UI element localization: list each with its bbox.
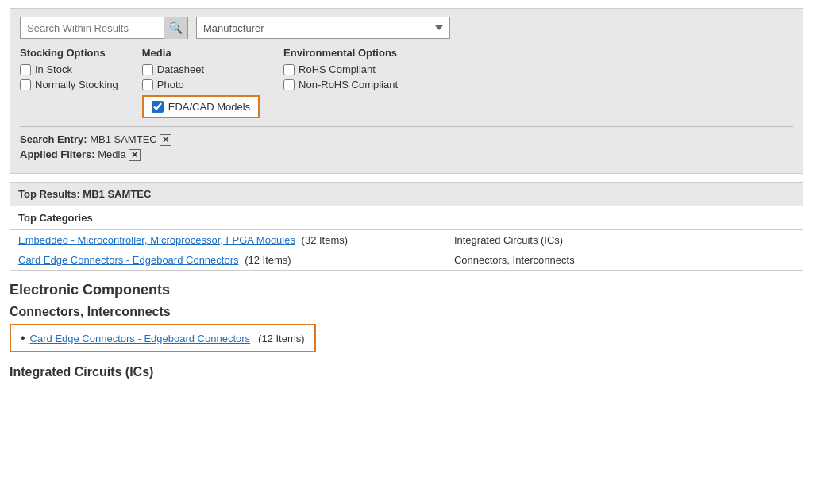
rohs-compliant-label[interactable]: RoHS Compliant xyxy=(283,63,398,75)
eda-cad-label[interactable]: EDA/CAD Models xyxy=(152,101,250,113)
cat-label-cell-2: Connectors, Interconnects xyxy=(446,250,803,270)
cat-link-cell-2: Card Edge Connectors - Edgeboard Connect… xyxy=(10,250,446,270)
search-input[interactable] xyxy=(21,22,164,34)
non-rohs-text: Non-RoHS Compliant xyxy=(299,79,398,90)
eda-cad-highlight: EDA/CAD Models xyxy=(142,95,260,118)
in-stock-text: In Stock xyxy=(35,63,72,75)
rohs-compliant-checkbox[interactable] xyxy=(283,64,295,75)
in-stock-checkbox[interactable] xyxy=(20,64,31,75)
cat-label-cell-1: Integrated Circuits (ICs) xyxy=(446,230,803,250)
media-title: Media xyxy=(142,47,260,59)
search-entry-label: Search Entry: xyxy=(20,133,87,145)
applied-filters-label: Applied Filters: xyxy=(20,148,95,160)
applied-filters-value: Media xyxy=(98,148,129,160)
eda-cad-checkbox[interactable] xyxy=(152,101,164,113)
cat-label-2: Connectors, Interconnects xyxy=(454,254,575,266)
connectors-title: Connectors, Interconnects xyxy=(10,305,803,319)
electronic-components-title: Electronic Components xyxy=(10,282,803,298)
cat-count-1: (32 Items) xyxy=(302,234,349,246)
cat-count-2: (12 Items) xyxy=(245,254,291,266)
integrated-circuits-title: Integrated Circuits (ICs) xyxy=(10,365,803,379)
options-row: Stocking Options In Stock Normally Stock… xyxy=(20,47,793,118)
manufacturer-select[interactable]: Manufacturer xyxy=(196,17,450,39)
environmental-title: Environmental Options xyxy=(283,47,398,59)
applied-filters-remove[interactable]: ✕ xyxy=(129,149,141,161)
categories-table: Embedded - Microcontroller, Microprocess… xyxy=(10,230,803,270)
results-header: Top Results: MB1 SAMTEC xyxy=(10,183,803,206)
normally-stocking-text: Normally Stocking xyxy=(35,79,118,90)
normally-stocking-label[interactable]: Normally Stocking xyxy=(20,79,118,90)
cat-link-cell-1: Embedded - Microcontroller, Microprocess… xyxy=(10,230,446,250)
search-button[interactable]: 🔍 xyxy=(164,17,187,39)
non-rohs-label[interactable]: Non-RoHS Compliant xyxy=(283,79,398,90)
photo-checkbox[interactable] xyxy=(142,79,153,90)
datasheet-label[interactable]: Datasheet xyxy=(142,63,260,75)
connector-link[interactable]: Card Edge Connectors - Edgeboard Connect… xyxy=(30,333,251,344)
page-wrapper: 🔍 Manufacturer Stocking Options In Stock… xyxy=(0,0,813,387)
media-options: Media Datasheet Photo EDA/CAD Models xyxy=(142,47,260,118)
photo-text: Photo xyxy=(157,79,184,90)
search-entry-row: Search Entry: MB1 SAMTEC ✕ xyxy=(20,133,793,146)
filter-panel: 🔍 Manufacturer Stocking Options In Stock… xyxy=(10,8,803,174)
results-panel: Top Results: MB1 SAMTEC Top Categories E… xyxy=(10,182,803,271)
cat-label-1: Integrated Circuits (ICs) xyxy=(454,234,563,246)
table-row: Embedded - Microcontroller, Microprocess… xyxy=(10,230,803,250)
search-entry-remove[interactable]: ✕ xyxy=(160,134,171,146)
divider xyxy=(20,126,793,127)
applied-filters-row: Applied Filters: Media ✕ xyxy=(20,148,793,161)
eda-cad-text: EDA/CAD Models xyxy=(168,101,250,113)
connector-highlight-box: • Card Edge Connectors - Edgeboard Conne… xyxy=(10,324,316,352)
connector-count: (12 Items) xyxy=(258,333,305,344)
rohs-compliant-text: RoHS Compliant xyxy=(299,63,376,75)
search-row: 🔍 Manufacturer xyxy=(20,17,793,39)
non-rohs-checkbox[interactable] xyxy=(283,79,295,90)
datasheet-checkbox[interactable] xyxy=(142,64,153,75)
environmental-options: Environmental Options RoHS Compliant Non… xyxy=(283,47,398,118)
stocking-options: Stocking Options In Stock Normally Stock… xyxy=(20,47,118,118)
search-input-wrap: 🔍 xyxy=(20,17,188,39)
datasheet-text: Datasheet xyxy=(157,63,204,75)
bullet-icon: • xyxy=(21,332,25,344)
table-row: Card Edge Connectors - Edgeboard Connect… xyxy=(10,250,803,270)
search-entry-value: MB1 SAMTEC xyxy=(90,133,160,145)
top-categories-header: Top Categories xyxy=(10,206,803,230)
photo-label[interactable]: Photo xyxy=(142,79,260,90)
connector-item: • Card Edge Connectors - Edgeboard Conne… xyxy=(21,332,305,344)
in-stock-label[interactable]: In Stock xyxy=(20,63,118,75)
cat-link-1[interactable]: Embedded - Microcontroller, Microprocess… xyxy=(18,234,295,246)
cat-link-2[interactable]: Card Edge Connectors - Edgeboard Connect… xyxy=(18,254,239,266)
stocking-title: Stocking Options xyxy=(20,47,118,59)
normally-stocking-checkbox[interactable] xyxy=(20,79,31,90)
